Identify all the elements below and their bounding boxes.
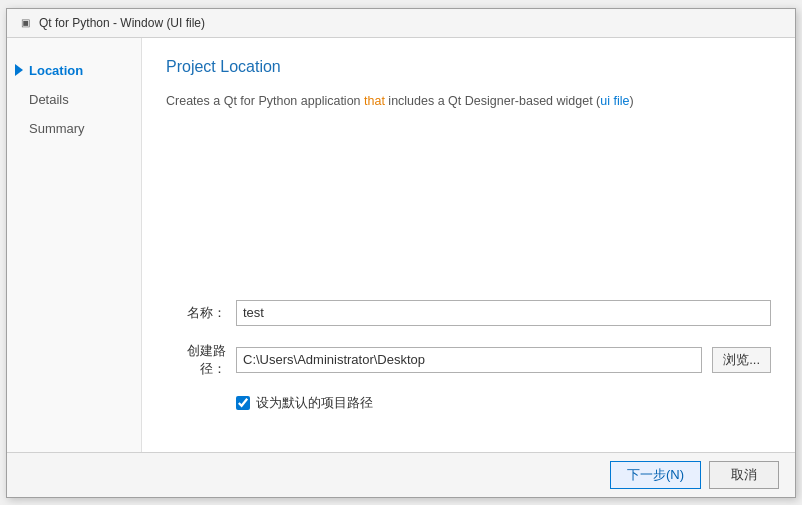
checkbox-label: 设为默认的项目路径 — [256, 394, 373, 412]
sidebar-item-location-label: Location — [29, 63, 83, 78]
main-dialog: ▣ Qt for Python - Window (UI file) Locat… — [6, 8, 796, 498]
name-label: 名称： — [166, 304, 226, 322]
sidebar: Location Details Summary — [7, 38, 142, 452]
browse-button[interactable]: 浏览... — [712, 347, 771, 373]
dialog-body: Location Details Summary Project Locatio… — [7, 38, 795, 452]
desc-part3: ) — [629, 94, 633, 108]
description: Creates a Qt for Python application that… — [166, 92, 771, 111]
sidebar-item-location[interactable]: Location — [7, 58, 141, 83]
desc-highlight-blue: ui file — [600, 94, 629, 108]
form-area: 名称： 创建路径： 浏览... 设为默认的项目路径 — [166, 120, 771, 431]
name-input[interactable] — [236, 300, 771, 326]
cancel-button[interactable]: 取消 — [709, 461, 779, 489]
sidebar-item-details-label: Details — [29, 92, 69, 107]
default-path-checkbox[interactable] — [236, 396, 250, 410]
title-bar: ▣ Qt for Python - Window (UI file) — [7, 9, 795, 38]
path-input[interactable] — [236, 347, 702, 373]
dialog-title: Qt for Python - Window (UI file) — [39, 16, 205, 30]
checkbox-row: 设为默认的项目路径 — [166, 394, 771, 412]
name-row: 名称： — [166, 300, 771, 326]
app-icon: ▣ — [17, 15, 33, 31]
sidebar-item-details[interactable]: Details — [7, 87, 141, 112]
footer: 下一步(N) 取消 — [7, 452, 795, 497]
path-row: 创建路径： 浏览... — [166, 342, 771, 378]
path-label: 创建路径： — [166, 342, 226, 378]
desc-part2: includes a Qt Designer-based widget ( — [385, 94, 600, 108]
sidebar-item-summary[interactable]: Summary — [7, 116, 141, 141]
next-button[interactable]: 下一步(N) — [610, 461, 701, 489]
desc-highlight-orange: that — [364, 94, 385, 108]
main-content: Project Location Creates a Qt for Python… — [142, 38, 795, 452]
section-title: Project Location — [166, 58, 771, 76]
desc-part1: Creates a Qt for Python application — [166, 94, 364, 108]
sidebar-item-summary-label: Summary — [29, 121, 85, 136]
